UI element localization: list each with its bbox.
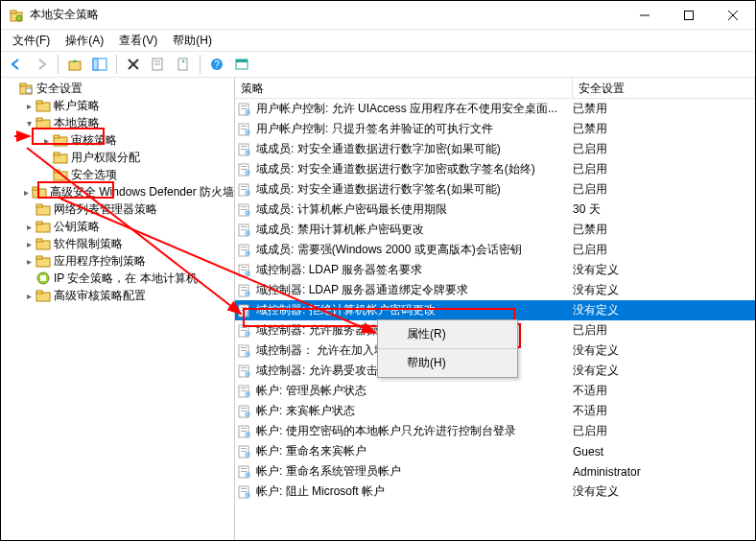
- svg-point-126: [245, 492, 250, 498]
- policy-row[interactable]: 帐户: 使用空密码的本地帐户只允许进行控制台登录已启用: [235, 421, 755, 441]
- svg-rect-84: [241, 287, 247, 288]
- folder-icon: [35, 236, 51, 251]
- refresh-button[interactable]: [230, 53, 253, 76]
- svg-rect-69: [241, 209, 247, 210]
- svg-point-122: [245, 472, 250, 478]
- svg-rect-68: [241, 206, 247, 207]
- svg-point-86: [245, 291, 250, 296]
- svg-point-70: [245, 210, 250, 216]
- delete-button[interactable]: [122, 53, 145, 76]
- policy-name: 帐户: 使用空密码的本地帐户只允许进行控制台登录: [256, 423, 573, 439]
- policy-setting: 没有定义: [573, 262, 755, 278]
- expander-icon: ▸: [22, 289, 35, 302]
- tree-item[interactable]: ▸高级安全 Windows Defender 防火墙: [1, 183, 234, 200]
- policy-name: 域成员: 禁用计算机帐户密码更改: [256, 222, 573, 238]
- ctx-properties[interactable]: 属性(R): [378, 320, 517, 349]
- tree-item[interactable]: ▸帐户策略: [1, 97, 234, 114]
- policy-icon: [237, 404, 252, 419]
- toolbar: ?: [1, 51, 755, 78]
- policy-row[interactable]: 帐户: 阻止 Microsoft 帐户没有定义: [235, 482, 755, 502]
- tree-label: 高级审核策略配置: [54, 288, 146, 304]
- tree-label: 高级安全 Windows Defender 防火墙: [50, 184, 234, 200]
- svg-rect-89: [241, 310, 247, 311]
- policy-row[interactable]: 域成员: 需要强(Windows 2000 或更高版本)会话密钥已启用: [235, 240, 755, 260]
- svg-rect-101: [241, 370, 247, 371]
- tree-item[interactable]: ▸审核策略: [1, 131, 234, 149]
- svg-rect-52: [241, 126, 247, 127]
- policy-setting: 已启用: [573, 423, 755, 439]
- expander-icon: ▸: [22, 237, 35, 250]
- back-button[interactable]: [5, 53, 28, 76]
- svg-rect-30: [54, 153, 59, 155]
- policy-row[interactable]: 域成员: 对安全通道数据进行数字加密(如果可能)已启用: [235, 139, 755, 159]
- tree-item[interactable]: ▸软件限制策略: [1, 235, 234, 252]
- policy-name: 用户帐户控制: 只提升签名并验证的可执行文件: [256, 121, 573, 137]
- title-bar: 本地安全策略: [1, 1, 755, 30]
- help-toolbar-button[interactable]: ?: [205, 53, 228, 76]
- minimize-button[interactable]: [623, 1, 667, 30]
- policy-setting: 没有定义: [573, 342, 755, 359]
- menu-view[interactable]: 查看(V): [111, 31, 165, 51]
- menu-action[interactable]: 操作(A): [58, 31, 111, 51]
- folder-icon: [35, 253, 51, 269]
- policy-row[interactable]: 域控制器: LDAP 服务器通道绑定令牌要求没有定义: [235, 280, 755, 300]
- tree-item[interactable]: ▸公钥策略: [1, 218, 234, 235]
- policy-icon: [237, 464, 252, 480]
- folder-icon: [35, 270, 51, 286]
- policy-row[interactable]: 帐户: 重命名系统管理员帐户Administrator: [235, 461, 755, 482]
- svg-rect-124: [241, 488, 247, 489]
- tree-item[interactable]: 安全选项: [1, 166, 234, 183]
- tree-label: 安全设置: [36, 81, 83, 97]
- show-hide-tree-button[interactable]: [88, 53, 111, 76]
- tree-item[interactable]: 网络列表管理器策略: [1, 200, 234, 218]
- policy-setting: 已禁用: [573, 101, 755, 117]
- window-title: 本地安全策略: [30, 7, 623, 23]
- policy-row[interactable]: 域成员: 禁用计算机帐户密码更改已禁用: [235, 220, 755, 240]
- policy-row[interactable]: 域控制器: 拒绝计算机帐户密码更改没有定义: [235, 300, 755, 320]
- folder-icon: [35, 115, 51, 130]
- policy-row[interactable]: 域控制器: LDAP 服务器签名要求没有定义: [235, 260, 755, 280]
- svg-rect-93: [241, 330, 247, 331]
- policy-row[interactable]: 帐户: 重命名来宾帐户Guest: [235, 441, 755, 461]
- svg-rect-7: [69, 61, 81, 70]
- folder-icon: [53, 132, 68, 148]
- svg-rect-38: [36, 222, 42, 224]
- column-policy[interactable]: 策略: [235, 78, 573, 98]
- svg-rect-48: [241, 106, 247, 106]
- svg-rect-42: [36, 256, 42, 259]
- policy-setting: 已禁用: [573, 222, 755, 238]
- svg-rect-24: [36, 101, 42, 104]
- svg-rect-125: [241, 491, 247, 492]
- properties-toolbar-button[interactable]: [147, 53, 170, 76]
- policy-name: 域控制器: 拒绝计算机帐户密码更改: [256, 302, 573, 318]
- maximize-button[interactable]: [667, 1, 711, 30]
- forward-button[interactable]: [30, 53, 53, 76]
- menu-file[interactable]: 文件(F): [5, 31, 58, 51]
- tree-item[interactable]: ▸应用程序控制策略: [1, 252, 234, 270]
- menu-help[interactable]: 帮助(H): [165, 31, 220, 51]
- tree-item[interactable]: ▾本地策略: [1, 114, 234, 131]
- policy-row[interactable]: 帐户: 管理员帐户状态不适用: [235, 381, 755, 401]
- column-setting[interactable]: 安全设置: [573, 78, 755, 98]
- folder-icon: [35, 201, 51, 217]
- ctx-help[interactable]: 帮助(H): [378, 349, 517, 377]
- tree-root[interactable]: 安全设置: [1, 80, 234, 97]
- policy-row[interactable]: 域成员: 对安全通道数据进行数字签名(如果可能)已启用: [235, 179, 755, 200]
- main-pane: 安全设置▸帐户策略▾本地策略▸审核策略用户权限分配安全选项▸高级安全 Windo…: [1, 78, 755, 540]
- tree-item[interactable]: ▸高级审核策略配置: [1, 287, 234, 304]
- export-button[interactable]: [172, 53, 195, 76]
- tree-item[interactable]: 用户权限分配: [1, 149, 234, 166]
- policy-row[interactable]: 用户帐户控制: 只提升签名并验证的可执行文件已禁用: [235, 119, 755, 139]
- close-button[interactable]: [711, 1, 755, 30]
- svg-point-2: [16, 15, 22, 21]
- policy-icon: [237, 122, 252, 137]
- policy-row[interactable]: 帐户: 来宾帐户状态不适用: [235, 401, 755, 421]
- policy-row[interactable]: 用户帐户控制: 允许 UIAccess 应用程序在不使用安全桌面...已禁用: [235, 99, 755, 119]
- policy-row[interactable]: 域成员: 对安全通道数据进行数字加密或数字签名(始终)已启用: [235, 159, 755, 179]
- up-button[interactable]: [63, 53, 86, 76]
- policy-list-pane: 策略 安全设置 用户帐户控制: 允许 UIAccess 应用程序在不使用安全桌面…: [235, 78, 755, 540]
- svg-rect-120: [241, 468, 247, 469]
- tree-item[interactable]: IP 安全策略，在 本地计算机: [1, 270, 234, 287]
- policy-row[interactable]: 域成员: 计算机帐户密码最长使用期限30 天: [235, 200, 755, 220]
- svg-rect-40: [36, 239, 42, 242]
